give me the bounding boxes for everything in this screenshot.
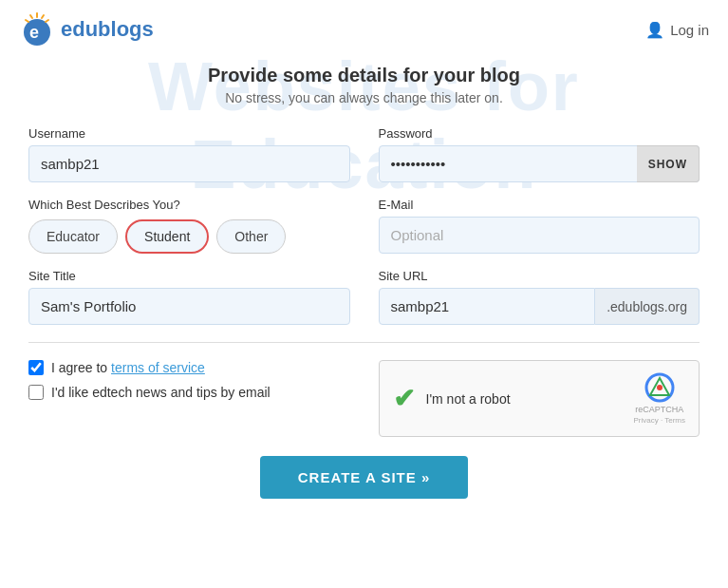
email-group: E-Mail: [379, 198, 700, 254]
site-url-suffix: .edublogs.org: [595, 288, 700, 325]
header: e edublogs 👤 Log in: [0, 0, 728, 55]
submit-area: CREATE A SITE »: [28, 456, 700, 499]
svg-point-7: [657, 385, 663, 390]
describes-educator-button[interactable]: Educator: [28, 219, 118, 254]
svg-line-6: [26, 20, 28, 22]
recaptcha-small: Privacy · Terms: [633, 416, 685, 425]
password-label: Password: [379, 126, 700, 141]
email-input[interactable]: [379, 217, 700, 254]
recaptcha-brand: reCAPTCHA: [635, 405, 683, 414]
svg-line-4: [46, 20, 48, 22]
show-password-button[interactable]: SHOW: [637, 145, 700, 182]
bottom-section: I agree to terms of service I'd like edt…: [28, 360, 700, 437]
logo-icon: e: [19, 11, 55, 47]
describes-group: Which Best Describes You? Educator Stude…: [28, 198, 350, 254]
page-title: Provide some details for your blog: [28, 65, 700, 86]
site-title-label: Site Title: [28, 269, 350, 283]
svg-line-3: [42, 15, 44, 18]
create-site-button[interactable]: CREATE A SITE »: [260, 456, 468, 499]
divider: [28, 342, 700, 343]
site-url-input[interactable]: [379, 288, 596, 325]
user-icon: 👤: [645, 21, 664, 39]
login-area[interactable]: 👤 Log in: [645, 21, 709, 39]
site-url-group: Site URL .edublogs.org: [379, 269, 700, 325]
tos-checkbox[interactable]: [28, 360, 44, 375]
describes-student-button[interactable]: Student: [125, 219, 209, 254]
describes-label: Which Best Describes You?: [28, 198, 350, 212]
describes-buttons: Educator Student Other: [28, 219, 350, 254]
site-url-label: Site URL: [379, 269, 700, 283]
tos-text: I agree to terms of service: [51, 360, 205, 375]
password-group: Password SHOW: [379, 126, 700, 182]
newsletter-checkbox[interactable]: [28, 385, 44, 400]
form-grid: Username Password SHOW Which Best Descri…: [28, 126, 700, 325]
page-subtitle: No stress, you can always change this la…: [28, 90, 700, 105]
recaptcha-logo-icon: [644, 372, 675, 403]
recaptcha-checkmark: ✔: [393, 383, 415, 414]
checkboxes: I agree to terms of service I'd like edt…: [28, 360, 350, 400]
username-group: Username: [28, 126, 350, 182]
svg-text:e: e: [29, 23, 39, 42]
main-content: Provide some details for your blog No st…: [0, 55, 728, 518]
email-label: E-Mail: [379, 198, 700, 212]
recaptcha-box[interactable]: ✔ I'm not a robot reCAPTCHA Privacy · Te…: [379, 360, 700, 437]
svg-line-5: [30, 15, 32, 18]
site-title-input[interactable]: [28, 288, 350, 325]
username-input[interactable]: [28, 145, 350, 182]
username-label: Username: [28, 126, 350, 141]
tos-row[interactable]: I agree to terms of service: [28, 360, 350, 375]
site-url-wrapper: .edublogs.org: [379, 288, 700, 325]
describes-other-button[interactable]: Other: [216, 219, 286, 254]
logo: e edublogs: [19, 11, 154, 47]
recaptcha-right: reCAPTCHA Privacy · Terms: [633, 372, 685, 425]
newsletter-row[interactable]: I'd like edtech news and tips by email: [28, 385, 350, 400]
site-title-group: Site Title: [28, 269, 350, 325]
password-wrapper: SHOW: [379, 145, 700, 182]
tos-link[interactable]: terms of service: [111, 360, 205, 375]
login-link[interactable]: Log in: [670, 22, 709, 38]
logo-text: edublogs: [61, 17, 154, 42]
newsletter-text: I'd like edtech news and tips by email: [51, 385, 271, 400]
recaptcha-label: I'm not a robot: [426, 391, 623, 407]
